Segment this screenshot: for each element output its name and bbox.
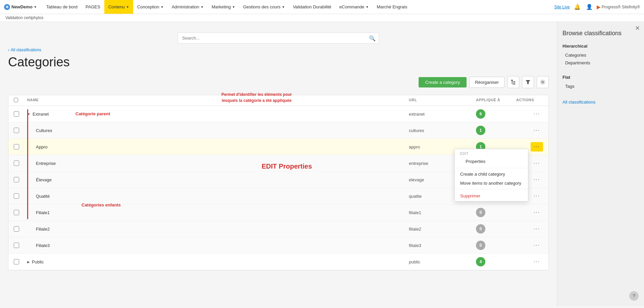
user-button[interactable]: 👤 xyxy=(585,2,594,12)
hierarchy-view-button[interactable] xyxy=(507,76,519,88)
table-row: Filiale3 filiale3 0 ··· xyxy=(8,237,548,254)
row-checkbox-public[interactable] xyxy=(14,259,19,264)
actions-button-filiale3[interactable]: ··· xyxy=(531,241,543,250)
nav-item-administration[interactable]: Administration ▼ xyxy=(168,0,208,14)
row-url-filiale3: filiale3 xyxy=(409,243,476,248)
row-checkbox-appro[interactable] xyxy=(14,144,19,149)
actions-button-appro[interactable]: ··· xyxy=(531,142,543,151)
content-area: 🔍 ‹ All classifications Categories Creat… xyxy=(0,22,557,306)
panel-flat-title: Flat xyxy=(562,75,639,80)
row-checkbox-filiale3[interactable] xyxy=(14,243,19,248)
header-applied: APPLIQUÉ À xyxy=(476,98,516,103)
actions-button-extranet[interactable]: ··· xyxy=(531,109,543,119)
actions-button-qualite[interactable]: ··· xyxy=(531,191,543,201)
row-actions-extranet: ··· xyxy=(516,109,543,119)
panel-hierarchical-section: Hierarchical Categories Departments xyxy=(562,44,639,67)
panel-close-button[interactable]: ✕ xyxy=(635,24,640,32)
expand-icon-public[interactable]: ▶ xyxy=(27,260,30,264)
row-checkbox-qualite[interactable] xyxy=(14,193,19,199)
nav-item-contenu[interactable]: Contenu ▼ xyxy=(104,0,133,14)
context-menu-label: EDIT xyxy=(460,152,523,156)
row-actions-cultures: ··· xyxy=(516,126,543,135)
row-name-cultures: Cultures xyxy=(27,128,409,133)
nav-right-section: Site Live 🔔 👤 ▶ Progress® Sitefinity® xyxy=(554,2,640,12)
sitelive-button[interactable]: Site Live xyxy=(554,5,570,9)
row-name-elevage: Élevage xyxy=(27,177,409,182)
panel-flat-section: Flat Tags xyxy=(562,75,639,90)
back-link[interactable]: ‹ All classifications xyxy=(8,48,549,52)
row-label-appro: Appro xyxy=(36,144,48,149)
notifications-button[interactable]: 🔔 xyxy=(573,2,582,12)
actions-button-public[interactable]: ··· xyxy=(531,257,543,266)
nav-item-ecommande[interactable]: eCommande ▼ xyxy=(335,0,373,14)
row-label-qualite: Qualité xyxy=(36,194,50,199)
panel-hierarchical-title: Hierarchical xyxy=(562,44,639,49)
actions-button-filiale1[interactable]: ··· xyxy=(531,208,543,217)
context-menu-divider2 xyxy=(455,189,528,189)
row-applied-filiale2: 0 xyxy=(476,224,516,234)
row-applied-filiale1: 0 xyxy=(476,208,516,217)
nav-item-tableau[interactable]: Tableau de bord xyxy=(42,0,82,14)
panel-item-departments[interactable]: Departments xyxy=(562,59,639,67)
row-name-public: ▶ Public xyxy=(27,259,409,264)
search-icon: 🔍 xyxy=(369,35,376,41)
settings-icon xyxy=(540,79,545,85)
context-menu-move-items[interactable]: Move items to another category xyxy=(455,179,528,188)
header-name: NAME xyxy=(27,98,409,103)
reorganize-button[interactable]: Réorganiser xyxy=(469,77,504,88)
row-applied-cultures: 1 xyxy=(476,126,516,135)
help-button[interactable]: ? xyxy=(629,291,639,301)
page-title: Categories xyxy=(8,55,549,69)
row-url-extranet: extranet xyxy=(409,112,476,117)
header-actions: ACTIONS xyxy=(516,98,543,103)
row-checkbox-cultures[interactable] xyxy=(14,128,19,133)
back-arrow: ‹ xyxy=(8,48,9,52)
nav-item-gestions[interactable]: Gestions des cours ▼ xyxy=(239,0,289,14)
row-actions-filiale2: ··· xyxy=(516,224,543,234)
nav-item-conception[interactable]: Conception ▼ xyxy=(133,0,168,14)
search-input[interactable] xyxy=(178,33,379,44)
row-url-cultures: cultures xyxy=(409,128,476,133)
actions-button-entreprise[interactable]: ··· xyxy=(531,159,543,168)
svg-rect-1 xyxy=(514,81,515,82)
settings-button[interactable] xyxy=(537,76,549,88)
row-checkbox-extranet[interactable] xyxy=(14,111,19,117)
nav-item-validation[interactable]: Validation Durabilité xyxy=(289,0,335,14)
row-checkbox-entreprise[interactable] xyxy=(14,161,19,166)
applied-badge-filiale1: 0 xyxy=(476,208,485,217)
row-checkbox-filiale1[interactable] xyxy=(14,210,19,215)
select-all-checkbox[interactable] xyxy=(14,98,18,102)
row-label-extranet: Extranet xyxy=(33,112,49,117)
conception-caret: ▼ xyxy=(161,5,164,9)
row-actions-public: ··· xyxy=(516,257,543,266)
nav-item-pages[interactable]: PAGES xyxy=(82,0,104,14)
context-menu: EDIT Properties Create a child category … xyxy=(454,149,528,201)
nav-item-marche[interactable]: Marché Engrais xyxy=(373,0,411,14)
context-menu-create-child[interactable]: Create a child category xyxy=(455,170,528,179)
table-row: ▼ Extranet extranet 6 ··· xyxy=(8,106,548,122)
row-label-entreprise: Entreprise xyxy=(36,161,56,166)
context-menu-delete[interactable]: Supprimer xyxy=(455,191,528,201)
context-menu-properties[interactable]: Properties xyxy=(460,157,523,166)
row-checkbox-filiale2[interactable] xyxy=(14,226,19,232)
categories-table: NAME URL APPLIQUÉ À ACTIONS ▼ Extranet e… xyxy=(8,95,549,270)
panel-all-classifications-link[interactable]: All classifications xyxy=(562,98,639,106)
hierarchy-icon xyxy=(510,79,516,85)
row-checkbox-elevage[interactable] xyxy=(14,177,19,182)
actions-button-elevage[interactable]: ··· xyxy=(531,175,543,184)
row-applied-extranet: 6 xyxy=(476,109,516,119)
panel-item-tags[interactable]: Tags xyxy=(562,82,639,90)
toolbar: Create a category Réorganiser xyxy=(8,76,549,88)
nav-item-marketing[interactable]: Marketing ▼ xyxy=(208,0,239,14)
applied-badge-public: 4 xyxy=(476,257,485,266)
context-menu-section-edit: EDIT Properties xyxy=(455,149,528,167)
create-category-button[interactable]: Create a category xyxy=(419,77,467,87)
actions-button-cultures[interactable]: ··· xyxy=(531,126,543,135)
row-label-public: Public xyxy=(32,259,44,264)
actions-button-filiale2[interactable]: ··· xyxy=(531,224,543,234)
brand-logo[interactable]: ⊕ NewDemo ▼ xyxy=(4,4,37,10)
panel-item-categories[interactable]: Categories xyxy=(562,51,639,59)
filter-button[interactable] xyxy=(522,76,534,88)
expand-icon-extranet[interactable]: ▼ xyxy=(27,112,31,116)
search-wrapper: 🔍 xyxy=(178,33,379,44)
